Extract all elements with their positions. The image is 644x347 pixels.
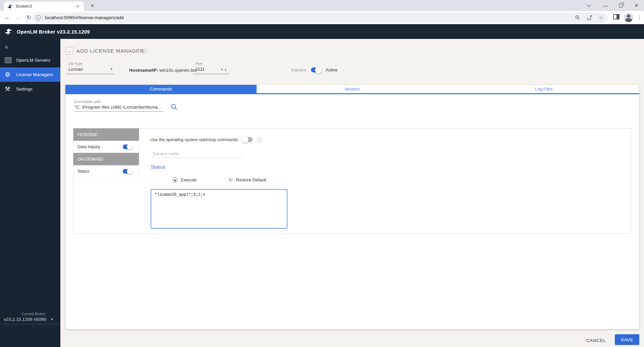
back-button[interactable]: ←: [66, 47, 73, 55]
current-broker-underline: [3, 324, 59, 324]
os-commands-label: Use the operating system start/stop comm…: [150, 137, 238, 142]
browser-menu-icon[interactable]: ⋮: [637, 14, 642, 20]
browser-tab[interactable]: BrokerUI ×: [4, 2, 84, 11]
cancel-button[interactable]: CANCEL: [586, 338, 606, 343]
hostname-text: Hostname/IP: win10c.openlm.biz: [129, 68, 197, 73]
zoom-out-icon[interactable]: [575, 15, 581, 20]
lm-type-value: Licman: [68, 67, 114, 72]
tab-vendors[interactable]: Vendors: [257, 85, 448, 93]
page-title: ADD LICENSE MANAGER: [76, 48, 144, 54]
main-content: ← ADD LICENSE MANAGER i LM Type Licman ▾…: [60, 39, 644, 347]
os-commands-info-icon[interactable]: i: [257, 137, 262, 142]
lm-type-label: LM Type: [68, 62, 114, 66]
gear-icon: ⚙: [5, 71, 13, 78]
chevron-down-icon: ▾: [110, 67, 112, 71]
hostname-value: win10c.openlm.biz: [159, 68, 197, 73]
executable-path-label: Executable path: [74, 100, 164, 104]
page-title-info-icon[interactable]: i: [142, 49, 146, 54]
form-card: Commands Vendors Log Files Executable pa…: [65, 85, 639, 329]
data-inquiry-toggle[interactable]: [123, 144, 132, 149]
tab-close-icon[interactable]: ×: [75, 4, 80, 9]
active-label: Active: [326, 67, 337, 72]
search-icon[interactable]: [170, 103, 178, 111]
port-spinner-icons[interactable]: ▾▴: [221, 67, 228, 71]
execute-button[interactable]: Execute: [181, 177, 197, 182]
executable-path-field[interactable]: Executable path "C: \Program files (x86)…: [74, 100, 164, 112]
lm-type-select[interactable]: LM Type Licman ▾: [66, 62, 114, 74]
current-broker-label: Current Broker: [21, 312, 60, 316]
service-name-input[interactable]: [152, 150, 243, 158]
sidebar-item-label: Settings: [16, 86, 33, 92]
new-tab-button[interactable]: +: [88, 1, 97, 10]
share-icon[interactable]: [587, 15, 593, 20]
active-toggle-row: Inactive Active: [291, 67, 337, 72]
tab-log-files[interactable]: Log Files: [448, 85, 639, 93]
command-actions: Execute ↻ Restore Default: [172, 177, 266, 182]
sidebar-item-label: License Managers: [16, 72, 53, 77]
tab-bar: Commands Vendors Log Files: [65, 85, 639, 94]
openlm-logo-icon: [4, 28, 12, 35]
on-demand-header: ON-DEMAND: [73, 153, 139, 165]
url-text[interactable]: localhost:5090/#/license-managers/add: [45, 15, 569, 20]
window-minimize-icon[interactable]: —: [598, 0, 613, 11]
port-field[interactable]: Port 1111 ▾▴: [193, 62, 229, 74]
sidebar-item-license-managers[interactable]: ⚙ License Managers: [0, 67, 60, 82]
data-inquiry-row[interactable]: Data Inquiry: [73, 141, 139, 153]
current-broker-select[interactable]: Current Broker v23.2.15.1209 #5090 ▾: [0, 312, 60, 324]
hostname-label: Hostname/IP:: [129, 68, 158, 73]
address-bar[interactable]: i localhost:5090/#/license-managers/add …: [32, 12, 607, 23]
chevron-down-icon: ▾: [51, 317, 53, 322]
bookmark-star-icon[interactable]: ☆: [599, 14, 603, 21]
forward-icon[interactable]: →: [13, 13, 23, 22]
profile-avatar[interactable]: [624, 13, 633, 22]
window-close-icon[interactable]: ×: [629, 0, 644, 11]
app-title: OpenLM Broker v23.2.15.1209: [17, 29, 90, 35]
command-textarea[interactable]: "licman20_appl";4;2;x: [151, 189, 287, 229]
window-restore-icon[interactable]: [613, 0, 629, 11]
sidebar-collapse-icon[interactable]: «: [5, 43, 8, 51]
os-commands-toggle[interactable]: [243, 137, 253, 142]
data-inquiry-label: Data Inquiry: [77, 144, 100, 149]
command-list-panel: PERIODIC Data Inquiry ON-DEMAND Status: [73, 128, 139, 177]
restore-default-button[interactable]: Restore Default: [236, 177, 266, 182]
current-broker-value: v23.2.15.1209 #5090: [4, 317, 46, 322]
browser-tabstrip: BrokerUI × + — ×: [0, 0, 644, 11]
back-icon[interactable]: ←: [3, 13, 12, 22]
tab-title: BrokerUI: [16, 4, 75, 9]
commands-box: PERIODIC Data Inquiry ON-DEMAND Status: [73, 128, 631, 234]
status-heading: Status: [151, 164, 165, 170]
site-info-icon[interactable]: i: [36, 15, 41, 20]
inactive-label: Inactive: [291, 67, 306, 72]
tools-icon: ⚒: [5, 86, 13, 92]
status-row-label: Status: [77, 169, 89, 174]
os-commands-row: Use the operating system start/stop comm…: [150, 137, 262, 142]
executable-path-value[interactable]: "C: \Program files (x86) \Licman\bin\lic…: [74, 105, 164, 110]
status-toggle[interactable]: [123, 169, 132, 174]
browser-toolbar: ← → ↻ i localhost:5090/#/license-manager…: [0, 11, 644, 24]
sidebar: « OpenLM Servers ⚙ License Managers ⚒ Se…: [0, 39, 60, 347]
active-toggle[interactable]: [311, 67, 321, 72]
restore-default-icon: ↻: [228, 177, 233, 182]
app-header: OpenLM Broker v23.2.15.1209: [0, 24, 644, 39]
sidebar-item-label: OpenLM Servers: [16, 58, 50, 63]
sidebar-item-openlm-servers[interactable]: OpenLM Servers: [0, 53, 60, 67]
brokerui-favicon-icon: [7, 4, 13, 9]
servers-icon: [5, 57, 13, 63]
execute-play-icon: [172, 177, 177, 182]
sidebar-item-settings[interactable]: ⚒ Settings: [0, 82, 60, 96]
tab-commands[interactable]: Commands: [65, 85, 257, 93]
screen: BrokerUI × + — × ← → ↻ i localhost:5090/…: [0, 0, 644, 347]
save-button[interactable]: SAVE: [615, 334, 639, 345]
side-panel-icon[interactable]: [613, 14, 620, 19]
window-menu-icon[interactable]: [580, 0, 596, 11]
periodic-header: PERIODIC: [73, 128, 139, 141]
port-label: Port: [196, 62, 229, 66]
status-row[interactable]: Status: [73, 165, 139, 177]
